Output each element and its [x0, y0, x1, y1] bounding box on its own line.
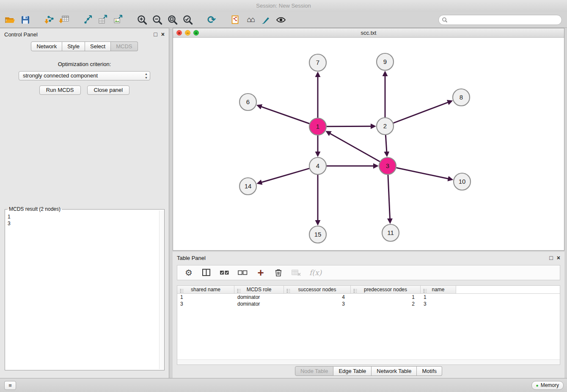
node-label-3: 3: [386, 162, 389, 169]
select-all-columns-button[interactable]: [220, 267, 229, 279]
close-panel-icon[interactable]: ×: [161, 31, 165, 38]
stepper-down-icon: ▼: [145, 76, 148, 80]
tab-style[interactable]: Style: [62, 41, 85, 51]
window-close-icon[interactable]: ×: [176, 30, 182, 36]
column-header-label: MCDS role: [247, 287, 272, 293]
open-folder-icon: [5, 15, 16, 25]
zoom-out-button[interactable]: [150, 13, 165, 27]
zoom-fit-icon: [167, 14, 178, 25]
edge-1-2[interactable]: [327, 126, 371, 127]
table-cell[interactable]: dominator: [234, 301, 284, 307]
zoom-selected-button[interactable]: [180, 13, 195, 27]
main-toolbar: ⟳ ⌂⌂: [0, 12, 567, 28]
table-panel: Table Panel □ × ⚙: [173, 252, 564, 378]
tab-node-table[interactable]: Node Table: [295, 366, 334, 376]
save-icon: [20, 15, 30, 25]
edge-2-3[interactable]: [385, 135, 387, 152]
table-cell[interactable]: dominator: [234, 294, 284, 301]
search-input[interactable]: [438, 15, 562, 25]
memory-status-dot: ●: [536, 381, 539, 389]
open-session-button[interactable]: [3, 13, 18, 27]
memory-button[interactable]: ● Memory: [531, 381, 564, 390]
table-header-filler: [456, 286, 560, 293]
tab-mcds[interactable]: MCDS: [111, 41, 138, 51]
import-network-button[interactable]: [41, 13, 57, 27]
zoom-selected-icon: [182, 14, 193, 25]
float-table-panel-icon[interactable]: □: [549, 254, 553, 261]
zoom-in-button[interactable]: [135, 13, 150, 27]
refresh-icon: ⟳: [207, 14, 216, 26]
show-columns-button[interactable]: [202, 267, 211, 279]
network-canvas[interactable]: 1234678910111415: [173, 38, 564, 250]
table-horizontal-scrollbar[interactable]: [177, 359, 560, 364]
table-panel-tabs: Node TableEdge TableNetwork TableMotifs: [173, 366, 564, 376]
tab-edge-table[interactable]: Edge Table: [333, 366, 372, 376]
panel-menu-button[interactable]: ≡: [4, 381, 16, 390]
first-neighbors-button[interactable]: ⌂⌂: [243, 13, 258, 27]
mcds-result-box: MCDS result (2 nodes) 13: [5, 206, 165, 370]
save-session-button[interactable]: [18, 13, 33, 27]
criterion-dropdown[interactable]: strongly connected component ▲ ▼: [19, 71, 150, 80]
unselect-all-columns-button[interactable]: [238, 267, 248, 279]
apply-style-button[interactable]: [258, 13, 273, 27]
column-header-successor-nodes[interactable]: successor nodes: [284, 286, 351, 293]
window-minimize-icon[interactable]: −: [185, 30, 190, 36]
node-label-11: 11: [387, 229, 394, 236]
window-title: Session: New Session: [0, 0, 567, 12]
mcds-result-lines: 13: [5, 212, 164, 228]
table-cell[interactable]: 4: [284, 294, 351, 301]
edge-3-11[interactable]: [388, 175, 390, 219]
tab-network[interactable]: Network: [31, 41, 62, 51]
run-mcds-button[interactable]: Run MCDS: [39, 86, 81, 95]
table-cell[interactable]: 1: [177, 294, 234, 301]
float-panel-icon[interactable]: □: [154, 31, 157, 38]
show-hide-button[interactable]: [273, 13, 289, 27]
table-cell[interactable]: 3: [421, 301, 456, 307]
column-sort-icon: [237, 287, 241, 295]
network-from-selection-button[interactable]: [228, 13, 243, 27]
create-column-button[interactable]: +: [256, 267, 265, 279]
import-table-button[interactable]: [57, 13, 72, 27]
select-all-icon: [220, 269, 229, 276]
result-scrollbar[interactable]: [159, 210, 164, 369]
delete-column-button[interactable]: [274, 267, 283, 279]
zoom-out-icon: [152, 14, 163, 25]
export-table-button[interactable]: [96, 13, 111, 27]
column-header-MCDS-role[interactable]: MCDS role: [234, 286, 284, 293]
refresh-view-button[interactable]: ⟳: [204, 13, 219, 27]
mcds-result-title: MCDS result (2 nodes): [8, 206, 62, 212]
search-icon: [442, 17, 448, 23]
export-image-button[interactable]: [111, 13, 126, 27]
column-header-label: successor nodes: [298, 287, 336, 293]
edge-1-6[interactable]: [261, 107, 309, 124]
window-zoom-icon[interactable]: +: [193, 30, 199, 36]
export-network-button[interactable]: [80, 13, 96, 27]
close-panel-button[interactable]: Close panel: [87, 86, 130, 95]
tab-network-table[interactable]: Network Table: [372, 366, 417, 376]
table-row[interactable]: 3dominator323: [177, 301, 560, 307]
edge-3-1[interactable]: [330, 133, 380, 161]
table-cell[interactable]: 3: [284, 301, 351, 307]
table-row[interactable]: 1dominator411: [177, 294, 560, 301]
table-settings-button[interactable]: ⚙: [184, 267, 193, 279]
network-window-titlebar[interactable]: × − + scc.txt: [173, 28, 564, 38]
import-network-icon: [43, 14, 55, 25]
edge-2-8[interactable]: [394, 102, 448, 123]
column-header-predecessor-nodes[interactable]: predecessor nodes: [351, 286, 421, 293]
close-table-panel-icon[interactable]: ×: [557, 254, 560, 261]
table-cell[interactable]: 1: [351, 294, 421, 301]
edge-3-10[interactable]: [396, 168, 449, 179]
column-header-shared-name[interactable]: shared name: [177, 286, 234, 293]
control-panel-header: Control Panel □ ×: [0, 28, 169, 40]
column-header-label: predecessor nodes: [364, 287, 407, 293]
function-builder-button-disabled: f(x): [309, 267, 322, 279]
network-window-title: scc.txt: [361, 30, 377, 36]
table-cell[interactable]: 3: [177, 301, 234, 307]
tab-motifs[interactable]: Motifs: [417, 366, 442, 376]
table-header-row: shared nameMCDS rolesuccessor nodesprede…: [177, 286, 560, 294]
column-header-name[interactable]: name: [421, 286, 456, 293]
edge-4-14[interactable]: [261, 168, 309, 182]
tab-select[interactable]: Select: [85, 41, 111, 51]
table-cell[interactable]: 2: [351, 301, 421, 307]
zoom-fit-button[interactable]: [165, 13, 180, 27]
